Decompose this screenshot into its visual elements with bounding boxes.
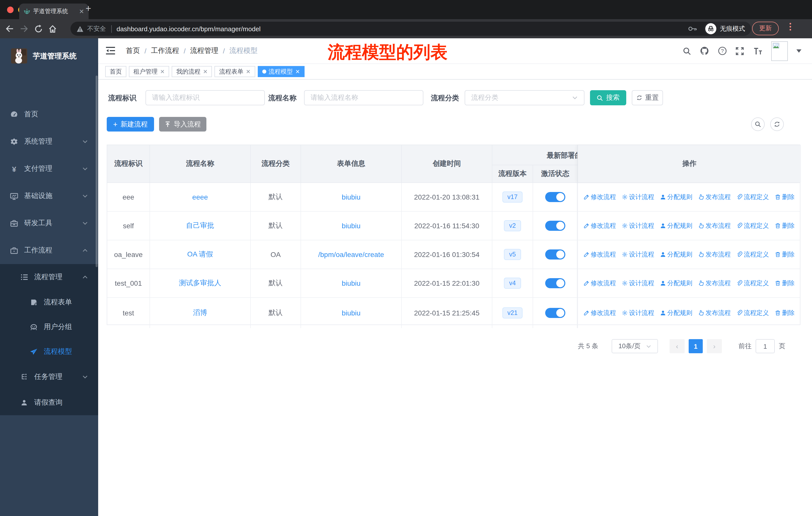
- row-action-link[interactable]: 流程定义: [736, 279, 769, 288]
- security-warning-icon[interactable]: [77, 25, 84, 32]
- goto-page-input[interactable]: 1: [756, 339, 775, 353]
- browser-tab[interactable]: 芋道管理系统 ✕: [19, 3, 89, 19]
- browser-update-button[interactable]: 更新: [752, 22, 779, 35]
- close-icon[interactable]: ✕: [246, 68, 251, 75]
- reload-icon[interactable]: [34, 24, 43, 33]
- row-action-link[interactable]: 分配规则: [660, 250, 692, 259]
- row-action-link[interactable]: 发布流程: [698, 221, 731, 230]
- cell-form-link[interactable]: /bpm/oa/leave/create: [301, 240, 402, 269]
- sidebar-item-task-mgmt[interactable]: 任务管理: [0, 364, 98, 389]
- row-action-link[interactable]: 发布流程: [698, 250, 731, 259]
- help-icon[interactable]: ?: [718, 46, 727, 55]
- sidebar-item-payment[interactable]: ¥ 支付管理: [0, 155, 98, 183]
- tag-process-model[interactable]: 流程模型✕: [258, 66, 304, 77]
- active-toggle[interactable]: [545, 192, 565, 202]
- cell-form-link[interactable]: biubiu: [301, 269, 402, 297]
- tab-close-icon[interactable]: ✕: [79, 8, 84, 15]
- row-action-link[interactable]: 删除: [775, 279, 794, 288]
- process-name-input[interactable]: 请输入流程名称: [304, 90, 424, 105]
- row-action-link[interactable]: 设计流程: [621, 221, 654, 230]
- tag-tenant[interactable]: 租户管理✕: [129, 66, 169, 77]
- sidebar-item-leave-query[interactable]: 请假查询: [0, 389, 98, 415]
- sidebar-item-process-form[interactable]: 流程表单: [0, 290, 98, 315]
- sidebar-item-system[interactable]: 系统管理: [0, 128, 98, 155]
- sidebar-item-process-model[interactable]: 流程模型: [0, 339, 98, 364]
- category-select[interactable]: 流程分类: [465, 90, 584, 105]
- tag-process-form[interactable]: 流程表单✕: [215, 66, 255, 77]
- cell-form-link[interactable]: biubiu: [301, 298, 402, 328]
- row-action-link[interactable]: 删除: [775, 309, 794, 317]
- app-logo[interactable]: 芋道管理系统: [0, 38, 98, 67]
- back-icon[interactable]: [5, 25, 14, 33]
- active-toggle[interactable]: [545, 221, 565, 231]
- cell-form-link[interactable]: biubiu: [301, 183, 402, 211]
- import-process-button[interactable]: 导入流程: [159, 117, 206, 132]
- cell-process-name-link[interactable]: 测试多审批人: [150, 269, 251, 297]
- cell-process-name-link[interactable]: OA 请假: [150, 240, 251, 269]
- tag-my-process[interactable]: 我的流程✕: [172, 66, 212, 77]
- home-icon[interactable]: [48, 24, 57, 33]
- search-icon[interactable]: [683, 47, 691, 55]
- row-action-link[interactable]: 分配规则: [660, 279, 692, 288]
- breadcrumb-process-mgmt[interactable]: 流程管理: [190, 46, 219, 55]
- row-action-link[interactable]: 修改流程: [583, 279, 616, 288]
- row-action-link[interactable]: 分配规则: [660, 221, 692, 230]
- reset-button[interactable]: 重置: [632, 90, 663, 105]
- breadcrumb-home[interactable]: 首页: [126, 46, 140, 55]
- forward-icon[interactable]: [20, 25, 29, 33]
- show-search-toggle-button[interactable]: [751, 117, 765, 131]
- sidebar-item-user-group[interactable]: 用户分组: [0, 315, 98, 339]
- close-window-button[interactable]: [7, 6, 13, 13]
- fullscreen-icon[interactable]: [735, 47, 744, 55]
- row-action-link[interactable]: 修改流程: [583, 221, 616, 230]
- close-icon[interactable]: ✕: [160, 68, 165, 75]
- row-action-link[interactable]: 设计流程: [621, 279, 654, 288]
- password-key-icon[interactable]: [688, 26, 697, 32]
- sidebar-scrollbar[interactable]: [96, 76, 98, 267]
- row-action-link[interactable]: 修改流程: [583, 250, 616, 259]
- row-action-link[interactable]: 流程定义: [736, 193, 769, 201]
- cell-process-name-link[interactable]: 滔博: [150, 298, 251, 328]
- active-toggle[interactable]: [545, 278, 565, 288]
- close-icon[interactable]: ✕: [295, 68, 300, 75]
- sidebar-item-devtools[interactable]: 研发工具: [0, 210, 98, 237]
- breadcrumb-workflow[interactable]: 工作流程: [151, 46, 179, 55]
- avatar[interactable]: [771, 41, 788, 61]
- row-action-link[interactable]: 修改流程: [583, 309, 616, 317]
- address-bar[interactable]: 不安全 dashboard.yudao.iocoder.cn/bpm/manag…: [70, 22, 719, 36]
- refresh-table-button[interactable]: [770, 117, 784, 131]
- row-action-link[interactable]: 分配规则: [660, 309, 692, 317]
- row-action-link[interactable]: 设计流程: [621, 250, 654, 259]
- row-action-link[interactable]: 删除: [775, 221, 794, 230]
- cell-form-link[interactable]: biubiu: [301, 212, 402, 240]
- sidebar-item-process-mgmt[interactable]: 流程管理: [0, 264, 98, 290]
- row-action-link[interactable]: 发布流程: [698, 193, 731, 201]
- github-icon[interactable]: [700, 46, 709, 55]
- row-action-link[interactable]: 发布流程: [698, 309, 731, 317]
- row-action-link[interactable]: 修改流程: [583, 193, 616, 201]
- row-action-link[interactable]: 流程定义: [736, 250, 769, 259]
- row-action-link[interactable]: 流程定义: [736, 309, 769, 317]
- cell-process-name-link[interactable]: eeee: [150, 183, 251, 211]
- close-icon[interactable]: ✕: [203, 68, 207, 75]
- active-toggle[interactable]: [545, 308, 565, 318]
- row-action-link[interactable]: 流程定义: [736, 221, 769, 230]
- cell-process-name-link[interactable]: 自己审批: [150, 212, 251, 240]
- process-id-input[interactable]: 请输入流程标识: [145, 90, 265, 105]
- browser-menu-icon[interactable]: [789, 23, 791, 31]
- tag-home[interactable]: 首页: [105, 66, 126, 77]
- avatar-caret-icon[interactable]: [796, 49, 802, 53]
- sidebar-item-workflow[interactable]: 工作流程: [0, 237, 98, 264]
- page-1-button[interactable]: 1: [689, 339, 703, 353]
- row-action-link[interactable]: 设计流程: [621, 309, 654, 317]
- create-process-button[interactable]: +新建流程: [107, 117, 154, 132]
- search-button[interactable]: 搜索: [590, 90, 626, 105]
- sidebar-item-home[interactable]: 首页: [0, 101, 98, 128]
- row-action-link[interactable]: 设计流程: [621, 193, 654, 201]
- next-page-button[interactable]: ›: [707, 339, 722, 353]
- page-size-select[interactable]: 10条/页: [612, 339, 658, 353]
- sidebar-item-infra[interactable]: 基础设施: [0, 183, 98, 210]
- active-toggle[interactable]: [545, 249, 565, 260]
- prev-page-button[interactable]: ‹: [670, 339, 685, 353]
- row-action-link[interactable]: 发布流程: [698, 279, 731, 288]
